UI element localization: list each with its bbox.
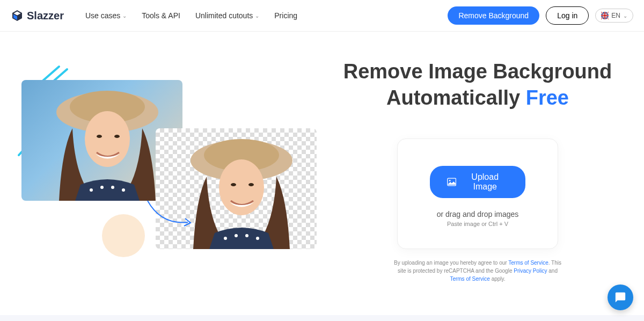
svg-point-18 <box>248 183 254 186</box>
headline: Remove Image Background Automatically Fr… <box>343 59 612 112</box>
svg-point-24 <box>449 180 451 181</box>
language-label: EN <box>611 12 620 19</box>
chevron-down-icon: ⌄ <box>623 13 627 19</box>
nav-pricing-label: Pricing <box>274 11 297 20</box>
trusted-section: Trusted and loved by companies worldwide <box>0 315 644 321</box>
brand-text: Slazzer <box>27 10 64 22</box>
legal-prefix: By uploading an image you hereby agree t… <box>394 260 508 266</box>
chevron-down-icon: ⌄ <box>122 13 127 19</box>
chat-button[interactable] <box>608 284 633 310</box>
svg-point-22 <box>256 237 259 240</box>
drag-drop-text: or drag and drop images <box>437 210 519 218</box>
chevron-down-icon: ⌄ <box>255 13 259 19</box>
header-actions: Remove Background Log in EN ⌄ <box>448 6 633 25</box>
nav-unlimited-label: Unlimited cutouts <box>195 11 253 20</box>
svg-point-9 <box>114 135 120 138</box>
remove-bg-button[interactable]: Remove Background <box>448 6 539 25</box>
upload-button[interactable]: Upload Image <box>430 166 525 198</box>
language-selector[interactable]: EN ⌄ <box>595 9 633 23</box>
svg-point-13 <box>122 188 125 192</box>
logo-icon <box>11 9 24 22</box>
nav-tools[interactable]: Tools & API <box>142 11 180 20</box>
hero-image-preview <box>21 59 311 252</box>
nav-pricing[interactable]: Pricing <box>274 11 297 20</box>
svg-point-21 <box>245 234 248 237</box>
legal-and: and <box>547 268 558 274</box>
headline-accent: Free <box>526 86 569 109</box>
after-image <box>156 128 317 249</box>
svg-point-20 <box>235 234 238 237</box>
hero-content: Remove Image Background Automatically Fr… <box>333 59 623 283</box>
decoration-circle <box>102 214 145 257</box>
nav-use-cases[interactable]: Use cases ⌄ <box>85 11 127 20</box>
svg-point-11 <box>100 186 104 189</box>
svg-point-12 <box>111 186 114 189</box>
privacy-link[interactable]: Privacy Policy <box>514 268 547 274</box>
login-button[interactable]: Log in <box>546 6 589 25</box>
logo[interactable]: Slazzer <box>11 9 64 22</box>
person-illustration <box>156 128 317 249</box>
svg-point-17 <box>231 183 236 186</box>
nav-unlimited[interactable]: Unlimited cutouts ⌄ <box>195 11 259 20</box>
main-nav: Use cases ⌄ Tools & API Unlimited cutout… <box>85 11 297 20</box>
headline-line2: Automatically <box>386 86 520 109</box>
svg-point-8 <box>97 135 102 138</box>
svg-point-19 <box>224 237 227 240</box>
header: Slazzer Use cases ⌄ Tools & API Unlimite… <box>0 0 644 32</box>
image-icon <box>447 177 456 187</box>
tos-link[interactable]: Terms of Service <box>508 260 548 266</box>
arrow-icon <box>145 198 193 230</box>
chat-icon <box>614 291 626 303</box>
tos-link-2[interactable]: Terms of Service <box>450 276 489 282</box>
legal-text: By uploading an image you hereby agree t… <box>392 259 564 283</box>
hero-section: Remove Image Background Automatically Fr… <box>0 32 644 315</box>
nav-use-cases-label: Use cases <box>85 11 120 20</box>
flag-uk-icon <box>601 12 609 19</box>
nav-tools-label: Tools & API <box>142 11 180 20</box>
legal-suffix: apply. <box>490 276 506 282</box>
headline-line1: Remove Image Background <box>343 60 612 83</box>
upload-card[interactable]: Upload Image or drag and drop images Pas… <box>397 138 558 249</box>
paste-hint: Paste image or Ctrl + V <box>447 221 508 227</box>
upload-button-label: Upload Image <box>462 172 508 192</box>
svg-point-10 <box>90 188 93 192</box>
